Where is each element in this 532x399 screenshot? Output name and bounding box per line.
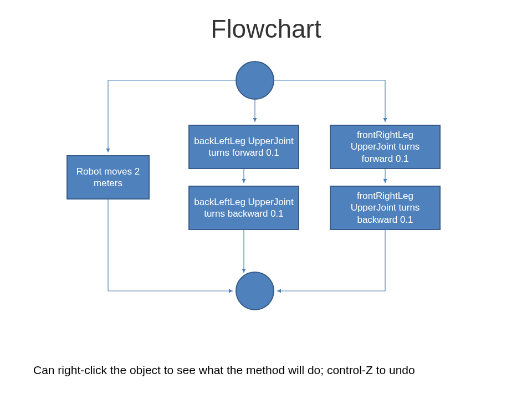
node-backleft-backward: backLeftLeg UpperJoint turns backward 0.… <box>188 186 299 230</box>
node-backleft-forward: backLeftLeg UpperJoint turns forward 0.1 <box>188 125 299 169</box>
caption-text: Can right-click the object to see what t… <box>33 364 415 377</box>
edge-rightbottom-to-bottom <box>277 230 385 291</box>
flowchart-canvas: Robot moves 2 meters backLeftLeg UpperJo… <box>0 0 532 399</box>
node-frontright-forward: frontRightLeg UpperJoint turns forward 0… <box>330 125 441 169</box>
end-node <box>236 272 274 310</box>
start-node <box>236 61 274 100</box>
node-frontright-backward: frontRightLeg UpperJoint turns backward … <box>330 186 441 230</box>
edge-top-to-righttop <box>274 80 385 122</box>
node-robot-moves: Robot moves 2 meters <box>66 155 150 200</box>
